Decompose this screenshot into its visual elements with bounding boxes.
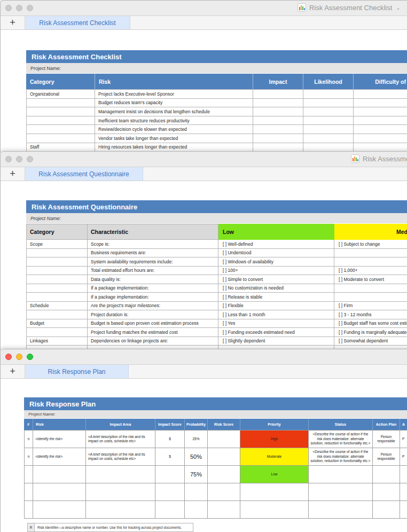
cell-clipped[interactable]: [400, 483, 407, 501]
cell-risk[interactable]: Vendor tasks take longer than expected: [95, 134, 253, 143]
cell-priority-high[interactable]: High: [240, 431, 309, 448]
cell-action-plan[interactable]: [373, 483, 400, 501]
cell-impact[interactable]: [253, 125, 303, 134]
add-sheet-button[interactable]: +: [1, 365, 25, 378]
cell-likelihood[interactable]: [303, 99, 354, 108]
column-header-category[interactable]: Category: [26, 74, 95, 89]
cell-probability[interactable]: 25%: [185, 431, 208, 448]
cell-difficulty[interactable]: [354, 99, 407, 108]
cell-number[interactable]: [24, 466, 33, 483]
cell-medium[interactable]: [ ] Firm: [334, 302, 407, 311]
sheet-tab-risk-assessment-questionnaire[interactable]: Risk Assessment Questionnaire: [25, 167, 143, 181]
column-header-clipped[interactable]: A: [400, 419, 407, 430]
cell-medium[interactable]: [334, 293, 407, 302]
cell-medium[interactable]: [334, 284, 407, 293]
cell-status[interactable]: [309, 501, 373, 519]
cell-number[interactable]: n: [24, 448, 33, 466]
column-header-action-plan[interactable]: Action Plan: [373, 419, 400, 430]
cell-category[interactable]: [26, 257, 88, 267]
cell-action-plan[interactable]: Person responsible: [373, 448, 400, 466]
cell-category[interactable]: [26, 284, 88, 293]
footnote-key[interactable]: R: [27, 523, 35, 532]
cell-risk[interactable]: <Identify the risk>: [33, 431, 86, 448]
cell-clipped[interactable]: P: [400, 431, 407, 448]
cell-characteristic[interactable]: Project funding matches the estimated co…: [88, 328, 218, 337]
cell-category[interactable]: Budget: [26, 319, 88, 328]
cell-characteristic[interactable]: Are the project's major milestones:: [88, 302, 218, 311]
title-bar[interactable]: Risk Assessment Questionnaire: [1, 152, 407, 167]
cell-likelihood[interactable]: [303, 90, 354, 99]
column-header-impact[interactable]: Impact: [253, 74, 303, 89]
cell-priority-moderate[interactable]: Moderate: [240, 448, 309, 466]
cell-category[interactable]: [26, 249, 88, 258]
cell-risk[interactable]: Hiring resources takes longer than expec…: [95, 143, 253, 152]
close-button[interactable]: [5, 156, 12, 162]
minimize-button[interactable]: [16, 5, 22, 11]
cell-low[interactable]: [ ] 100+: [218, 267, 334, 276]
cell-likelihood[interactable]: [303, 107, 354, 116]
cell-risk[interactable]: [33, 501, 86, 519]
cell-characteristic[interactable]: Dependencies on linkage projects are:: [88, 337, 218, 346]
cell-action-plan[interactable]: Person responsible: [373, 431, 400, 448]
cell-probability[interactable]: 75%: [185, 466, 208, 483]
sheet-tab-risk-response-plan[interactable]: Risk Response Plan: [25, 365, 129, 378]
cell-probability[interactable]: [185, 501, 208, 519]
cell-status[interactable]: <Describe the course of action if the ri…: [309, 448, 373, 466]
cell-category[interactable]: [26, 293, 88, 302]
cell-low[interactable]: [ ] Windows of availability: [218, 257, 334, 267]
cell-likelihood[interactable]: [303, 134, 354, 143]
cell-difficulty[interactable]: [354, 125, 407, 134]
column-header-characteristic[interactable]: Characteristic: [88, 224, 218, 240]
column-header-medium[interactable]: Medium: [334, 224, 407, 240]
cell-clipped[interactable]: P: [400, 448, 407, 466]
add-sheet-button[interactable]: +: [1, 16, 25, 29]
cell-difficulty[interactable]: [354, 116, 407, 126]
cell-impact-score[interactable]: $: [155, 448, 185, 466]
column-header-risk[interactable]: Risk: [95, 74, 253, 89]
cell-characteristic[interactable]: Total estimated effort hours are:: [88, 267, 218, 276]
cell-likelihood[interactable]: [303, 125, 354, 134]
cell-probability[interactable]: 50%: [185, 448, 208, 466]
cell-impact[interactable]: [253, 107, 303, 116]
cell-medium[interactable]: [334, 257, 407, 267]
zoom-button[interactable]: [27, 354, 33, 360]
cell-priority-low[interactable]: Low: [240, 466, 309, 483]
cell-category[interactable]: [26, 125, 95, 134]
cell-likelihood[interactable]: [303, 116, 354, 126]
cell-characteristic[interactable]: If a package implementation:: [88, 293, 218, 302]
cell-impact-area[interactable]: [86, 483, 155, 501]
cell-low[interactable]: [ ] Flexible: [218, 302, 334, 311]
cell-difficulty[interactable]: [354, 107, 407, 116]
cell-risk[interactable]: Budget reduces team's capacity: [95, 99, 253, 108]
cell-impact-area[interactable]: [86, 501, 155, 519]
cell-category[interactable]: [26, 267, 88, 276]
cell-characteristic[interactable]: Scope is:: [88, 240, 218, 249]
cell-low[interactable]: [ ] Less than 1 month: [218, 310, 334, 319]
cell-category[interactable]: [26, 275, 88, 284]
cell-medium[interactable]: [ ] 1,000+: [334, 267, 407, 276]
footnote-text[interactable]: Risk Identifier—a descriptive name or nu…: [35, 523, 193, 532]
cell-medium[interactable]: [ ] Subject to change: [334, 240, 407, 249]
column-header-category[interactable]: Category: [26, 224, 88, 240]
cell-characteristic[interactable]: Data quality is:: [88, 275, 218, 284]
column-header-risk-score[interactable]: Risk Score: [208, 419, 240, 430]
cell-medium[interactable]: [ ] Funding is marginally adequate: [334, 328, 407, 337]
cell-medium[interactable]: [ ] Budget staff has some cost estimatio…: [334, 319, 407, 328]
cell-category[interactable]: Linkages: [26, 337, 88, 346]
add-sheet-button[interactable]: +: [1, 167, 25, 181]
cell-impact-area[interactable]: <A brief description of the risk and its…: [86, 431, 155, 448]
cell-category[interactable]: [26, 107, 95, 116]
cell-difficulty[interactable]: [354, 134, 407, 143]
cell-medium[interactable]: [ ] Moderate to convert: [334, 275, 407, 284]
column-header-risk[interactable]: Risk: [33, 419, 86, 430]
cell-characteristic[interactable]: Business requirements are:: [88, 249, 218, 258]
cell-low[interactable]: [ ] Release is stable: [218, 293, 334, 302]
cell-low[interactable]: [ ] Yes: [218, 319, 334, 328]
cell-clipped[interactable]: [400, 501, 407, 519]
column-header-low[interactable]: Low: [218, 224, 334, 240]
cell-number[interactable]: [24, 501, 33, 519]
cell-risk-score[interactable]: [208, 501, 240, 519]
cell-risk-score[interactable]: [208, 448, 240, 466]
cell-category[interactable]: Scope: [26, 240, 88, 249]
cell-risk[interactable]: <Identify the risk>: [33, 448, 86, 466]
